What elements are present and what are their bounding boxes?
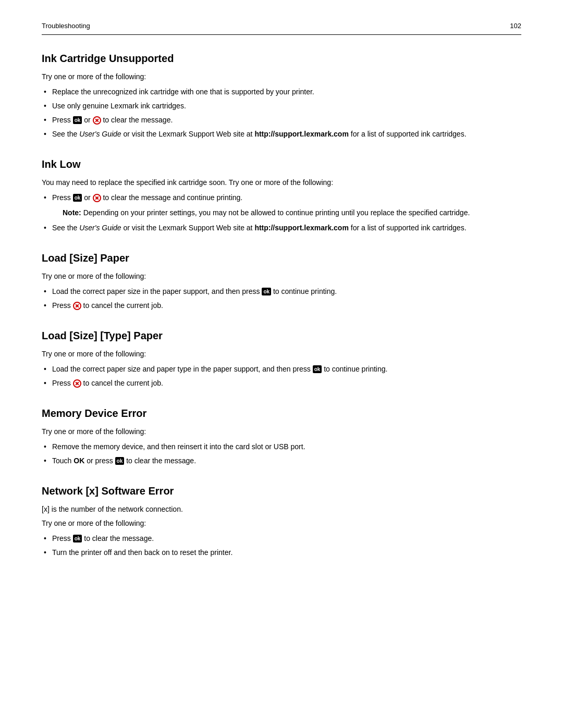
note-block: Note: Depending on your printer settings… [63,207,521,218]
cancel-icon [73,379,81,388]
section-title-ink-low: Ink Low [42,156,521,172]
header-title: Troubleshooting [42,21,90,31]
ok-text: OK [74,456,84,465]
section-title-load-size-paper: Load [Size] Paper [42,250,521,266]
support-url: http://support.lexmark.com [254,224,348,232]
list-memory-device-error: Remove the memory device, and then reins… [42,441,521,466]
ok-badge: ok [262,288,271,295]
list-ink-low: Press ok or to clear the message and con… [42,192,521,233]
section-intro-memory-device-error: Try one or more of the following: [42,426,521,437]
list-item: Remove the memory device, and then reins… [42,441,521,452]
list-item: Load the correct paper size in the paper… [42,286,521,297]
list-item: Press to cancel the current job. [42,378,521,389]
section-ink-cartridge-unsupported: Ink Cartridge Unsupported Try one or mor… [42,51,521,140]
page: Troubleshooting 102 Ink Cartridge Unsupp… [0,0,563,728]
list-network-x-software-error: Press ok to clear the message. Turn the … [42,533,521,558]
ok-badge: ok [73,116,82,124]
section-title-memory-device-error: Memory Device Error [42,405,521,421]
note-label: Note: [63,208,81,217]
header-page-number: 102 [510,21,521,31]
users-guide-ref: User's Guide [79,130,121,138]
list-ink-cartridge-unsupported: Replace the unrecognized ink cartridge w… [42,87,521,140]
section-memory-device-error: Memory Device Error Try one or more of t… [42,405,521,466]
list-load-size-type-paper: Load the correct paper size and paper ty… [42,364,521,389]
list-load-size-paper: Load the correct paper size in the paper… [42,286,521,311]
section-load-size-type-paper: Load [Size] [Type] Paper Try one or more… [42,328,521,389]
list-item: Use only genuine Lexmark ink cartridges. [42,101,521,112]
section-ink-low: Ink Low You may need to replace the spec… [42,156,521,233]
list-item: See the User's Guide or visit the Lexmar… [42,223,521,233]
section-title-ink-cartridge-unsupported: Ink Cartridge Unsupported [42,51,521,66]
section-intro-network-x: Try one or more of the following: [42,518,521,529]
list-item: Press ok to clear the message. [42,533,521,544]
cancel-icon [93,116,101,125]
ok-badge: ok [313,365,322,373]
list-item: Replace the unrecognized ink cartridge w… [42,87,521,97]
list-item: Turn the printer off and then back on to… [42,547,521,558]
list-item: Touch OK or press ok to clear the messag… [42,455,521,466]
list-item: Press ok or to clear the message. [42,115,521,126]
section-intro-ink-cartridge-unsupported: Try one or more of the following: [42,71,521,82]
list-item: See the User's Guide or visit the Lexmar… [42,129,521,140]
section-title-load-size-type-paper: Load [Size] [Type] Paper [42,328,521,343]
section-network-x-software-error: Network [x] Software Error [x] is the nu… [42,483,521,558]
list-item: Press to cancel the current job. [42,300,521,311]
list-item: Load the correct paper size and paper ty… [42,364,521,375]
cancel-icon [93,194,101,202]
section-title-network-x-software-error: Network [x] Software Error [42,483,521,499]
users-guide-ref: User's Guide [79,224,121,232]
ok-badge: ok [73,535,82,542]
section-load-size-paper: Load [Size] Paper Try one or more of the… [42,250,521,311]
cancel-icon [73,302,81,310]
page-header: Troubleshooting 102 [42,21,521,35]
section-intro-load-size-paper: Try one or more of the following: [42,271,521,282]
section-description-network-x: [x] is the number of the network connect… [42,504,521,515]
section-intro-load-size-type-paper: Try one or more of the following: [42,349,521,360]
section-intro-ink-low: You may need to replace the specified in… [42,177,521,188]
list-item: Press ok or to clear the message and con… [42,192,521,218]
support-url: http://support.lexmark.com [254,130,348,138]
ok-badge: ok [73,194,82,202]
ok-badge: ok [115,457,125,465]
